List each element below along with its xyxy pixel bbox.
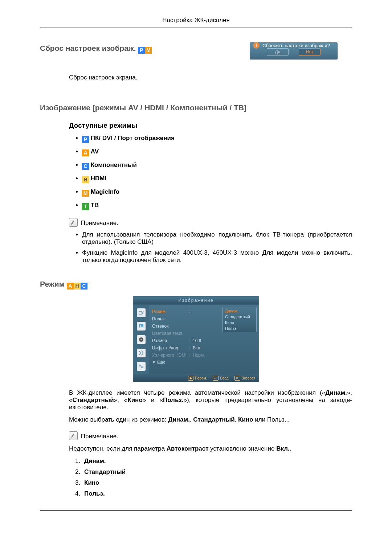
available-modes-list: P ПК/ DVI / Порт отображения A AV C Комп… [40, 135, 352, 210]
osd-row-label: Цифр. ш/под. [152, 345, 189, 350]
badge-h-icon: H [74, 283, 81, 290]
section-reset-text: Сброс настроек изображ. [40, 44, 136, 52]
note-list: Для использования телевизора необходимо … [40, 231, 352, 264]
note-icon [69, 431, 78, 440]
header-rule [40, 28, 352, 28]
section-reset-title: Сброс настроек изображ. PM i Сбросить на… [40, 44, 352, 59]
badge-m-icon: M [82, 190, 89, 197]
osd-submenu-item[interactable]: Стандартный [223, 314, 256, 320]
osd-row-label: Цветовая темп. [152, 331, 189, 336]
osd-main: Режим : Польз. Оттенок Цветовая темп. Р [149, 305, 259, 374]
list-item: Польз. [82, 490, 352, 497]
list-item: T ТВ [82, 202, 352, 210]
svg-rect-0 [139, 311, 142, 314]
section-image-title: Изображение [режимы AV / HDMI / Компонен… [40, 103, 352, 112]
osd-row-value: Норм. [193, 353, 257, 358]
osd-submenu-item[interactable]: Польз. [223, 325, 256, 331]
list-item: Динам. [82, 457, 352, 465]
note-icon [69, 218, 78, 227]
osd-more-label: Еще [157, 360, 165, 364]
mode-label: Компонентный [91, 161, 137, 168]
list-item: Кино [82, 479, 352, 487]
mode-label: ПК/ DVI / Порт отображения [91, 135, 175, 141]
osd-row-value: 16:9 [193, 338, 257, 343]
osd-side-icons [133, 305, 149, 374]
osd-submenu: Динам. Стандартный Кино Польз. [222, 307, 257, 332]
osd-row[interactable]: Размер : 16:9 [152, 337, 257, 344]
list-item: Стандартный [82, 468, 352, 476]
osd-submenu-item[interactable]: Динам. [223, 308, 256, 314]
note-item: Функцию MagicInfo для моделей 400UX-3, 4… [82, 249, 352, 264]
reset-dialog-question: Сбросить настр-ки изображ-я? [262, 43, 330, 48]
osd-row-label: Режим [152, 309, 189, 314]
osd-row-label: Оттенок [152, 324, 189, 329]
note-item: Для использования телевизора необходимо … [82, 231, 352, 246]
svg-point-5 [140, 352, 142, 354]
osd-row-label: Размер [152, 338, 189, 343]
svg-rect-7 [141, 366, 143, 368]
mode-label: AV [91, 148, 99, 155]
note-label: Примечание. [81, 433, 118, 440]
mode-label: HDMI [91, 175, 106, 182]
mode-paragraph-2: Можно выбрать один из режимов: Динам., С… [69, 416, 352, 423]
osd-row-label: Ур.черного HDMI [152, 353, 189, 358]
mode-label: MagicInfo [91, 188, 119, 195]
mode-numbered-list: Динам. Стандартный Кино Польз. [69, 457, 352, 497]
badge-h-icon: H [82, 176, 89, 183]
osd-row-value: Вкл. [193, 345, 257, 350]
svg-point-4 [140, 339, 142, 340]
reset-desc: Сброс настроек экрана. [69, 74, 352, 81]
list-item: M MagicInfo [82, 188, 352, 197]
osd-sound-icon [137, 335, 146, 344]
page-header: Настройка ЖК-дисплея [40, 17, 352, 24]
footer-rule [40, 510, 352, 511]
section-mode-title: Режим AHC [40, 280, 352, 290]
available-modes-title: Доступные режимы [69, 122, 352, 130]
badge-a-icon: A [82, 149, 89, 156]
osd-multi-icon [137, 362, 146, 371]
osd-row: Ур.черного HDMI : Норм. [152, 352, 257, 358]
osd-footer: ◆Перем. ↵Ввод ↺Возврат [133, 374, 259, 382]
osd-title: Изображение [133, 296, 259, 305]
badge-m-icon: M [145, 47, 152, 54]
osd-row[interactable]: Цифр. ш/под. : Вкл. [152, 345, 257, 351]
osd-footer-move: ◆Перем. [188, 376, 207, 381]
list-item: C Компонентный [82, 161, 352, 170]
osd-picture-icon [137, 322, 146, 331]
question-icon: i [253, 42, 260, 49]
osd-footer-return: ↺Возврат [234, 376, 256, 381]
osd-footer-enter: ↵Ввод [213, 376, 228, 381]
osd-more[interactable]: ▼Еще [152, 360, 257, 364]
osd-panel: Изображение Режим : Польз. [133, 296, 259, 382]
mode-label: ТВ [91, 202, 99, 209]
list-item: A AV [82, 148, 352, 156]
badge-p-icon: P [82, 136, 89, 143]
mode-unavailable: Недоступен, если для параметра Автоконтр… [69, 445, 352, 452]
section-mode-text: Режим [40, 280, 65, 288]
reset-dialog: i Сбросить настр-ки изображ-я? Да Нет [250, 42, 338, 59]
osd-settings-icon [137, 349, 146, 357]
note-label: Примечание. [81, 219, 118, 226]
list-item: H HDMI [82, 175, 352, 183]
badge-p-icon: P [138, 47, 145, 54]
osd-row-label: Польз. [152, 316, 189, 321]
mode-paragraph-1: В ЖК-дисплее имеется четыре режима автом… [69, 389, 352, 411]
badge-c-icon: C [81, 283, 87, 290]
badge-c-icon: C [82, 163, 89, 170]
list-item: P ПК/ DVI / Порт отображения [82, 135, 352, 143]
badge-t-icon: T [82, 203, 89, 210]
svg-rect-6 [139, 365, 141, 366]
badge-a-icon: A [67, 283, 74, 290]
osd-input-icon [137, 308, 146, 317]
osd-submenu-item[interactable]: Кино [223, 320, 256, 325]
